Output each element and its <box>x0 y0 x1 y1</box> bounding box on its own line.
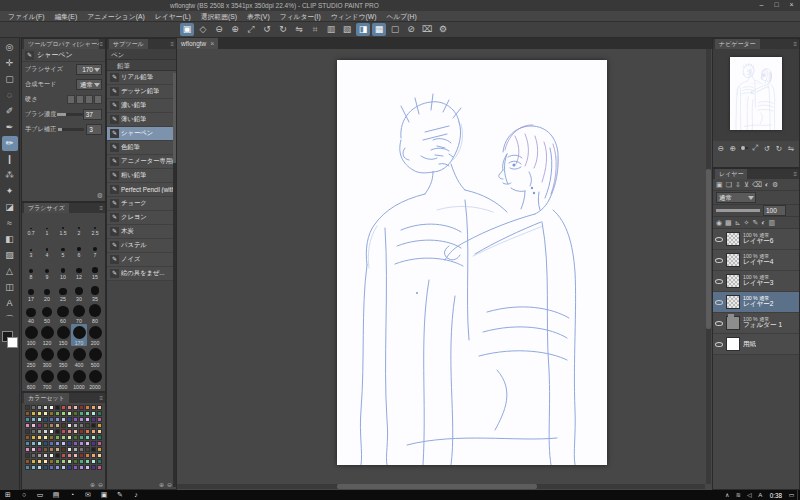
color-swatch[interactable] <box>61 459 66 464</box>
color-swatch[interactable] <box>49 405 54 410</box>
zoom-out-icon[interactable]: ⊖ <box>212 23 226 36</box>
subtool-item-7[interactable]: ✎粗い鉛筆 <box>107 169 176 183</box>
color-swatch[interactable] <box>67 423 72 428</box>
subtool-item-14[interactable]: ✎絵の具をまぜ... <box>107 267 176 281</box>
color-swatch[interactable] <box>97 423 102 428</box>
color-swatch[interactable] <box>79 417 84 422</box>
subtool-item-0[interactable]: ✎リアル鉛筆 <box>107 71 176 85</box>
color-swatch[interactable] <box>61 417 66 422</box>
close-button[interactable]: × <box>785 0 798 11</box>
layer-blend-select[interactable]: 通常 <box>716 192 756 203</box>
color-swatch[interactable] <box>43 411 48 416</box>
color-swatch[interactable] <box>43 441 48 446</box>
color-set-tab[interactable]: カラーセット <box>24 393 69 403</box>
layer-visibility-eye-icon[interactable] <box>715 300 723 305</box>
browser-icon[interactable]: ◔ <box>64 490 80 500</box>
color-swatch[interactable] <box>61 465 66 470</box>
enable-mask-icon[interactable]: ◐ <box>761 219 765 226</box>
color-swatch[interactable] <box>31 405 36 410</box>
airbrush-tool[interactable]: ⁂ <box>2 168 18 183</box>
snap-special-ruler-icon[interactable]: ◨ <box>356 23 370 36</box>
color-swatch[interactable] <box>61 447 66 452</box>
brush-size-tab[interactable]: ブラシサイズ <box>24 203 69 213</box>
color-swatch[interactable] <box>79 423 84 428</box>
color-swatch[interactable] <box>73 405 78 410</box>
color-swatch[interactable] <box>25 465 30 470</box>
layer-visibility-eye-icon[interactable] <box>715 342 723 347</box>
color-swatch[interactable] <box>43 417 48 422</box>
color-swatch[interactable] <box>91 417 96 422</box>
color-swatch[interactable] <box>49 423 54 428</box>
brush-size-1[interactable]: 1 <box>39 214 55 236</box>
layer-opacity-slider[interactable] <box>716 209 760 212</box>
layer-visibility-eye-icon[interactable] <box>715 321 723 326</box>
move-tool[interactable]: ✛ <box>2 56 18 71</box>
color-swatch[interactable] <box>37 417 42 422</box>
search-icon[interactable]: ○ <box>16 490 32 500</box>
color-swatch[interactable] <box>49 447 54 452</box>
color-swatch[interactable] <box>25 459 30 464</box>
lasso-tool[interactable]: ◌ <box>2 88 18 103</box>
titlebar[interactable]: wflongtw (BS 2508 x 3541px 350dpi 22.4%)… <box>0 0 800 11</box>
figure-tool[interactable]: △ <box>2 264 18 279</box>
delete-subtool-icon[interactable]: ⊖ <box>167 481 172 488</box>
color-swatch[interactable] <box>37 405 42 410</box>
brush-size-70[interactable]: 70 <box>71 302 87 324</box>
file-explorer-icon[interactable]: ▤ <box>48 490 64 500</box>
color-swatch[interactable] <box>85 441 90 446</box>
close-tab-icon[interactable]: × <box>210 38 214 49</box>
document-tab[interactable]: wflongtw × <box>177 38 218 49</box>
color-swatch[interactable] <box>91 441 96 446</box>
color-swatch[interactable] <box>67 435 72 440</box>
menu-item-4[interactable]: 選択範囲(S) <box>196 11 242 22</box>
brush-size-8[interactable]: 8 <box>23 258 39 280</box>
subtool-item-3[interactable]: ✎薄い鉛筆 <box>107 113 176 127</box>
color-swatch[interactable] <box>73 465 78 470</box>
color-swatch[interactable] <box>97 441 102 446</box>
color-swatch[interactable] <box>73 411 78 416</box>
color-swatch[interactable] <box>61 453 66 458</box>
brush-size-120[interactable]: 120 <box>39 324 55 346</box>
subtool-item-13[interactable]: ✎ノイズ <box>107 253 176 267</box>
add-color-icon[interactable]: ⊕ <box>90 481 95 488</box>
color-swatch[interactable] <box>49 453 54 458</box>
color-swatch[interactable] <box>61 435 66 440</box>
navigator-preview[interactable] <box>713 49 799 141</box>
color-swatch[interactable] <box>25 447 30 452</box>
brush-size-9[interactable]: 9 <box>39 258 55 280</box>
color-swatch[interactable] <box>91 405 96 410</box>
decoration-tool[interactable]: ✦ <box>2 184 18 199</box>
menu-item-0[interactable]: ファイル(F) <box>3 11 50 22</box>
snap-ruler-icon[interactable]: ▧ <box>340 23 354 36</box>
color-swatch[interactable] <box>43 435 48 440</box>
density-value[interactable]: 37 <box>83 109 102 120</box>
panel-menu-icon[interactable]: ≡ <box>99 205 103 211</box>
color-swatch[interactable] <box>67 447 72 452</box>
drawing-canvas[interactable] <box>337 60 607 465</box>
color-swatch[interactable] <box>37 411 42 416</box>
color-swatch[interactable] <box>91 453 96 458</box>
layer-row-3[interactable]: 100 % 通常レイヤー2 <box>713 292 799 313</box>
dropdown-arrow-icon[interactable] <box>94 68 100 72</box>
ruler-icon-icon[interactable]: ▥ <box>769 219 776 227</box>
color-swatch[interactable] <box>43 405 48 410</box>
layer-row-2[interactable]: 100 % 通常レイヤー3 <box>713 271 799 292</box>
brush-size-700[interactable]: 700 <box>39 368 55 390</box>
brush-size-0.7[interactable]: 0.7 <box>23 214 39 236</box>
color-swatch[interactable] <box>55 465 60 470</box>
color-swatch[interactable] <box>43 429 48 434</box>
reference-layer-icon[interactable]: ✧ <box>744 219 750 227</box>
color-swatch[interactable] <box>49 429 54 434</box>
brush-size-40[interactable]: 40 <box>23 302 39 324</box>
canvas-horizontal-scrollbar[interactable] <box>177 484 705 489</box>
color-swatch[interactable] <box>55 447 60 452</box>
nav-fit-icon[interactable]: ⤢ <box>750 143 760 153</box>
gradient-tool[interactable]: ▨ <box>2 248 18 263</box>
color-swatch[interactable] <box>31 447 36 452</box>
brush-size-2000[interactable]: 2000 <box>87 368 103 390</box>
canvas-vertical-scrollbar[interactable] <box>706 49 711 484</box>
brush-size-input[interactable]: 170 <box>76 64 102 75</box>
color-swatch[interactable] <box>85 447 90 452</box>
color-swatch[interactable] <box>73 453 78 458</box>
color-swatch[interactable] <box>97 453 102 458</box>
